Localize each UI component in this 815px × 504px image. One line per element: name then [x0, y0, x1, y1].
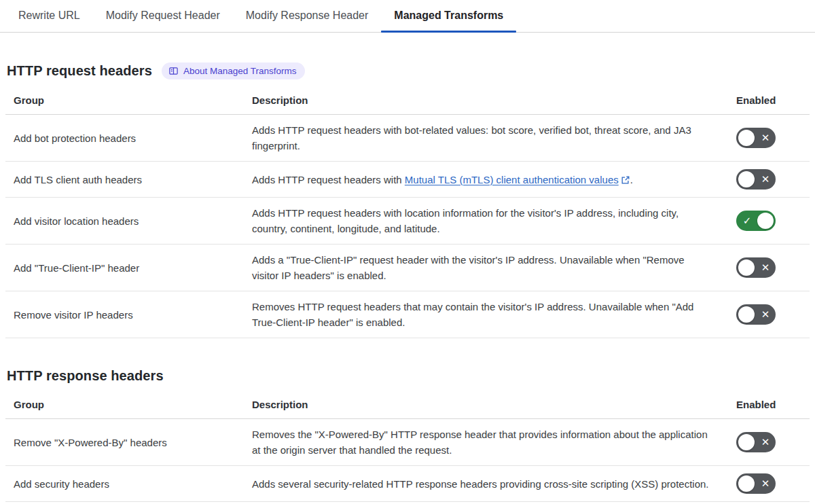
request-headers-table: Group Description Enabled Add bot protec… [5, 88, 810, 338]
description-cell: Adds a "True-Client-IP" request header w… [247, 245, 729, 291]
x-icon: ✕ [756, 432, 775, 452]
description-text: Adds HTTP request headers with bot-relat… [252, 124, 691, 151]
toggle-on[interactable]: ✓ [736, 211, 776, 231]
tab-rewrite-url[interactable]: Rewrite URL [5, 0, 93, 32]
toggle-off[interactable]: ✕ [736, 473, 776, 494]
toggle-off[interactable]: ✕ [736, 257, 776, 278]
tab-managed-transforms[interactable]: Managed Transforms [381, 0, 516, 32]
response-headers-section-title: HTTP response headers [7, 368, 164, 384]
x-icon: ✕ [756, 128, 775, 148]
column-header-description: Description [247, 392, 729, 418]
description-text: Removes HTTP request headers that may co… [252, 301, 693, 328]
table-header-row: Group Description Enabled [5, 88, 810, 115]
tab-modify-response-header[interactable]: Modify Response Header [233, 0, 382, 32]
column-header-group: Group [5, 394, 247, 416]
description-text: Adds a "True-Client-IP" request header w… [252, 254, 685, 281]
column-header-enabled: Enabled [729, 90, 810, 112]
description-text: Adds HTTP request headers with location … [252, 207, 678, 234]
group-cell: Add security headers [5, 471, 247, 497]
description-cell: Removes HTTP request headers that may co… [247, 291, 729, 338]
toggle-off[interactable]: ✕ [736, 304, 776, 325]
about-managed-transforms-badge[interactable]: About Managed Transforms [162, 62, 305, 79]
description-cell: Adds HTTP request headers with bot-relat… [247, 115, 729, 161]
toggle-knob [738, 171, 755, 187]
badge-label: About Managed Transforms [183, 66, 297, 76]
table-row: Add visitor location headersAdds HTTP re… [5, 198, 810, 245]
group-cell: Add bot protection headers [5, 125, 247, 151]
x-icon: ✕ [756, 473, 775, 494]
description-text: Adds HTTP request headers with [252, 174, 405, 185]
external-link-icon [619, 174, 630, 185]
table-row: Add bot protection headersAdds HTTP requ… [5, 115, 810, 162]
toggle-knob [757, 213, 774, 229]
description-cell: Adds several security-related HTTP respo… [247, 469, 729, 499]
group-cell: Add visitor location headers [5, 208, 247, 234]
toggle-knob [738, 434, 755, 450]
x-icon: ✕ [756, 257, 775, 278]
open-book-icon [168, 66, 179, 76]
x-icon: ✕ [756, 304, 775, 325]
table-row: Remove "X-Powered-By" headersRemoves the… [5, 419, 810, 466]
description-link[interactable]: Mutual TLS (mTLS) client authentication … [405, 174, 630, 185]
toggle-off[interactable]: ✕ [736, 432, 776, 452]
transform-rules-tabbar: Rewrite URL Modify Request Header Modify… [0, 0, 815, 33]
group-cell: Remove "X-Powered-By" headers [5, 429, 247, 456]
table-header-row: Group Description Enabled [5, 392, 810, 419]
table-row: Add "True-Client-IP" headerAdds a "True-… [5, 245, 810, 291]
toggle-off[interactable]: ✕ [736, 128, 776, 148]
description-text: Adds several security-related HTTP respo… [252, 478, 709, 490]
description-text: Removes the "X-Powered-By" HTTP response… [252, 429, 708, 456]
group-cell: Remove visitor IP headers [5, 302, 247, 328]
description-cell: Adds HTTP request headers with Mutual TL… [247, 164, 729, 195]
toggle-knob [738, 130, 755, 146]
check-icon: ✓ [738, 211, 757, 231]
toggle-knob [738, 475, 755, 492]
description-cell: Removes the "X-Powered-By" HTTP response… [247, 419, 729, 465]
table-row: Add security headersAdds several securit… [5, 466, 810, 502]
description-text: . [630, 174, 633, 185]
table-row: Remove visitor IP headersRemoves HTTP re… [5, 291, 810, 338]
column-header-enabled: Enabled [729, 394, 810, 416]
table-row: Add TLS client auth headersAdds HTTP req… [5, 162, 810, 198]
x-icon: ✕ [756, 169, 775, 190]
response-headers-table: Group Description Enabled Remove "X-Powe… [5, 392, 810, 502]
tab-modify-request-header[interactable]: Modify Request Header [93, 0, 233, 32]
request-headers-section-title: HTTP request headers [7, 63, 152, 79]
description-cell: Adds HTTP request headers with location … [247, 198, 729, 244]
column-header-description: Description [247, 88, 729, 114]
toggle-knob [738, 306, 755, 323]
column-header-group: Group [5, 90, 247, 112]
toggle-off[interactable]: ✕ [736, 169, 776, 190]
group-cell: Add "True-Client-IP" header [5, 255, 247, 281]
toggle-knob [738, 259, 755, 276]
group-cell: Add TLS client auth headers [5, 166, 247, 193]
